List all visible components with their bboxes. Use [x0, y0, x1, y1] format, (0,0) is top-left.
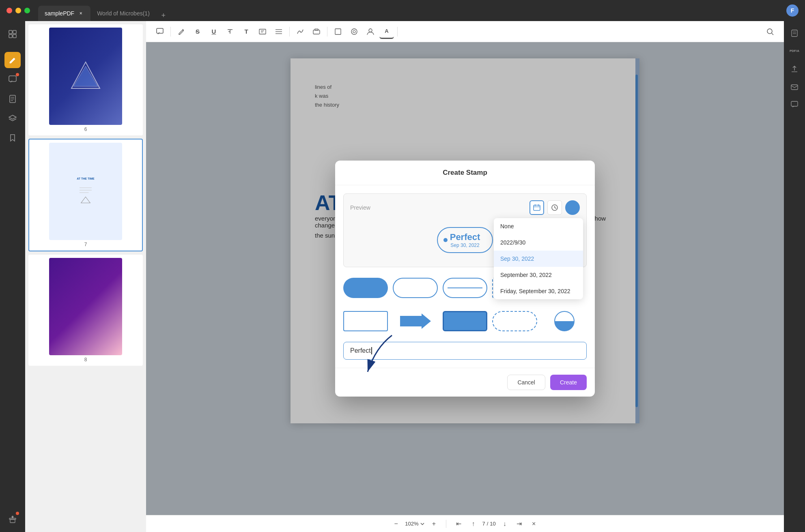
shape-option-7[interactable] — [393, 307, 437, 335]
right-upload-icon[interactable] — [787, 62, 802, 76]
stamp-tool-button[interactable] — [309, 24, 324, 39]
search-tool-button[interactable] — [763, 24, 777, 39]
cancel-button[interactable]: Cancel — [507, 375, 545, 390]
stamp-text-main: Perfect — [450, 232, 480, 242]
svg-rect-47 — [791, 101, 798, 106]
svg-rect-1 — [13, 30, 16, 34]
svg-line-40 — [555, 208, 556, 208]
svg-rect-5 — [9, 76, 16, 82]
svg-rect-28 — [335, 29, 341, 34]
svg-rect-11 — [10, 519, 15, 523]
dropdown-option-friday[interactable]: Friday, September 30, 2022 — [494, 283, 583, 299]
bottom-bar: − 102% + ⇤ ↑ 7 / 10 ↓ ⇥ × — [146, 515, 784, 532]
stamp-shape: Perfect Sep 30, 2022 — [437, 227, 493, 253]
shape-option-6[interactable] — [343, 307, 388, 335]
time-toggle-button[interactable] — [547, 200, 562, 215]
zoom-level-value: 102% — [405, 521, 418, 527]
svg-rect-46 — [791, 85, 798, 90]
create-stamp-modal: Create Stamp Preview — [335, 161, 595, 397]
toolbar-divider — [170, 27, 171, 36]
sidebar-bookmark-icon[interactable] — [4, 130, 21, 146]
current-page: 7 — [482, 521, 485, 527]
text2-tool-button[interactable]: T — [239, 24, 254, 39]
shape-tool-button[interactable] — [331, 24, 345, 39]
dropdown-option-sep30[interactable]: Sep 30, 2022 — [494, 251, 583, 267]
calendar-toggle-button[interactable] — [529, 200, 544, 215]
dropdown-option-ymd[interactable]: 2022/9/30 — [494, 234, 583, 251]
nav-next-button[interactable]: ↓ — [499, 518, 510, 530]
content-scroll[interactable]: lines ofk wasthe history AT THETIME ever… — [146, 42, 784, 515]
chevron-down-icon — [420, 521, 425, 526]
zoom-level-selector[interactable]: 102% — [405, 521, 425, 527]
svg-rect-2 — [9, 34, 12, 38]
text-tool-button[interactable] — [223, 24, 237, 39]
main-layout: 6 AT THE TIME 7 8 — [0, 21, 805, 532]
nav-prev-button[interactable]: ↑ — [467, 518, 479, 530]
modal-body: Preview — [335, 185, 595, 368]
right-doc-icon[interactable] — [787, 26, 802, 41]
dropdown-option-september[interactable]: September 30, 2022 — [494, 267, 583, 283]
preview-label: Preview — [350, 204, 370, 211]
list-tool-button[interactable] — [271, 24, 286, 39]
date-format-dropdown: None 2022/9/30 Sep 30, 2022 September 30… — [494, 218, 583, 299]
svg-rect-18 — [157, 28, 163, 33]
zoom-in-button[interactable]: + — [428, 518, 439, 530]
shape-option-10[interactable] — [542, 307, 587, 335]
shape-option-2[interactable] — [393, 274, 437, 302]
svg-rect-27 — [315, 29, 318, 30]
dropdown-option-none[interactable]: None — [494, 218, 583, 234]
color-picker-button[interactable] — [565, 200, 580, 215]
preview-area: Preview — [343, 193, 587, 267]
svg-line-33 — [772, 33, 773, 35]
create-button[interactable]: Create — [550, 375, 587, 390]
maximize-window-button[interactable] — [24, 8, 30, 13]
right-mail-icon[interactable] — [787, 79, 802, 94]
svg-point-32 — [767, 29, 772, 34]
tab-world-of-microbes[interactable]: World of Microbes(1) — [90, 6, 156, 21]
page-number: 6 — [84, 127, 87, 132]
signature-tool-button[interactable] — [293, 24, 308, 39]
tab-bar: samplePDF × World of Microbes(1) + — [38, 0, 169, 21]
color-tool-button[interactable]: A — [379, 24, 394, 39]
comment-tool-button[interactable] — [153, 24, 167, 39]
eraser-tool-button[interactable] — [347, 24, 362, 39]
tab-samplePDF[interactable]: samplePDF × — [38, 6, 90, 21]
right-chat-icon[interactable] — [787, 97, 802, 112]
tab-close-button[interactable]: × — [77, 10, 84, 17]
nav-first-button[interactable]: ⇤ — [453, 518, 464, 530]
right-pdf-icon[interactable]: PDF/A — [787, 44, 802, 58]
traffic-lights — [6, 8, 30, 13]
add-tab-button[interactable]: + — [158, 10, 169, 21]
stamp-text-value: Perfect — [350, 347, 371, 354]
thumbnail-page8[interactable]: 8 — [28, 255, 143, 366]
thumbnail-page6[interactable]: 6 — [28, 24, 143, 135]
pencil-tool-button[interactable] — [174, 24, 189, 39]
avatar[interactable]: F — [786, 4, 799, 17]
thumbnail-page7[interactable]: AT THE TIME 7 — [28, 139, 143, 251]
total-pages: 10 — [490, 521, 495, 527]
sidebar-layers-icon[interactable] — [4, 110, 21, 127]
close-button[interactable]: × — [528, 518, 540, 530]
shape-option-9[interactable] — [492, 307, 537, 335]
close-window-button[interactable] — [6, 8, 12, 13]
preview-controls — [529, 200, 580, 215]
strikethrough-tool-button[interactable]: S — [190, 24, 205, 39]
textbox-tool-button[interactable] — [255, 24, 270, 39]
sidebar-annotate-icon[interactable] — [4, 52, 21, 68]
modal-title: Create Stamp — [335, 161, 595, 185]
person-tool-button[interactable] — [363, 24, 378, 39]
shape-option-8[interactable] — [443, 307, 487, 335]
sidebar-thumbnails-icon[interactable] — [4, 26, 21, 42]
nav-last-button[interactable]: ⇥ — [514, 518, 525, 530]
underline-tool-button[interactable]: U — [207, 24, 221, 39]
svg-marker-17 — [81, 197, 90, 203]
shape-option-3[interactable] — [443, 274, 487, 302]
tab-label: samplePDF — [45, 10, 74, 17]
minimize-window-button[interactable] — [15, 8, 21, 13]
sidebar-pages-icon[interactable] — [4, 91, 21, 107]
shape-option-1[interactable] — [343, 274, 388, 302]
toolbar-divider4 — [397, 27, 398, 36]
stamp-text-input[interactable]: Perfect — [343, 342, 587, 360]
page-separator: / — [487, 521, 489, 527]
zoom-out-button[interactable]: − — [390, 518, 402, 530]
